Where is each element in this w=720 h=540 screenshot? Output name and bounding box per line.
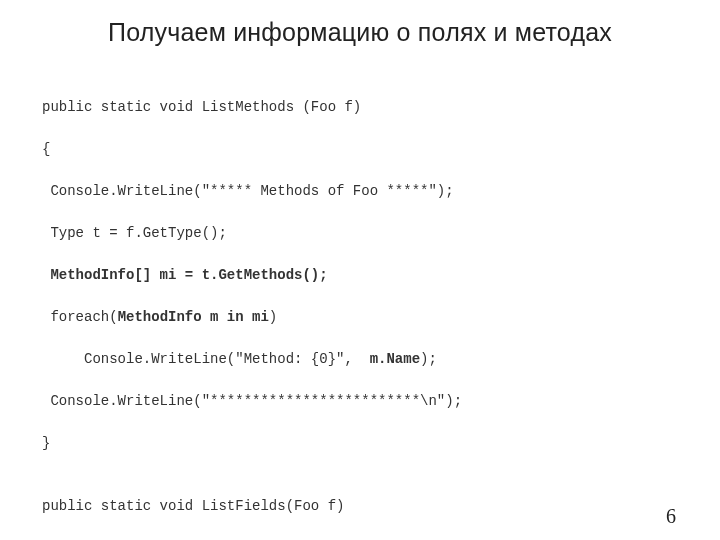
code-line: foreach(MethodInfo m in mi) <box>42 307 462 328</box>
code-line: public static void ListMethods (Foo f) <box>42 97 462 118</box>
code-line: Console.WriteLine("***** Methods of Foo … <box>42 181 462 202</box>
code-line: } <box>42 433 462 454</box>
code-text: Console.WriteLine("Method: {0}", <box>42 351 370 367</box>
code-text: ) <box>269 309 277 325</box>
code-line: public static void ListFields(Foo f) <box>42 496 462 517</box>
code-line: Console.WriteLine("*********************… <box>42 391 462 412</box>
slide: Получаем информацию о полях и методах pu… <box>0 0 720 540</box>
code-bold: MethodInfo[] mi = t.GetMethods(); <box>50 267 327 283</box>
slide-title: Получаем информацию о полях и методах <box>0 18 720 47</box>
code-block: public static void ListMethods (Foo f) {… <box>42 76 462 540</box>
code-bold: m.Name <box>370 351 420 367</box>
code-line: Console.WriteLine("Method: {0}", m.Name)… <box>42 349 462 370</box>
code-text: foreach( <box>42 309 118 325</box>
code-line: Type t = f.GetType(); <box>42 223 462 244</box>
code-bold: MethodInfo m in mi <box>118 309 269 325</box>
page-number: 6 <box>666 505 676 528</box>
code-line: MethodInfo[] mi = t.GetMethods(); <box>42 265 462 286</box>
code-text: ); <box>420 351 437 367</box>
code-line: { <box>42 139 462 160</box>
